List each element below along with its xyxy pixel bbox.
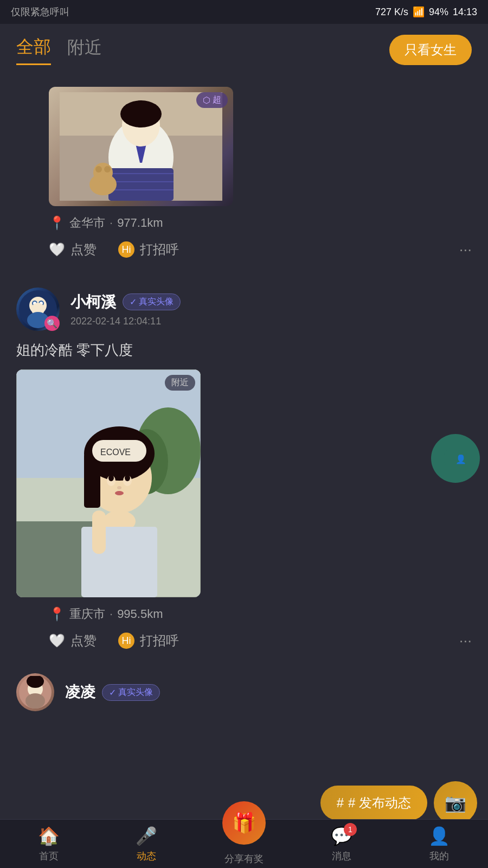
bottom-action-bar: # # 发布动态 📷 [320,781,477,825]
post2-photo-inner: ECOVE [16,369,201,597]
post-image-1[interactable]: ⬡ 超 [49,87,233,206]
post2-photo-svg: ECOVE [16,369,201,597]
post1-hi-icon: Hi [118,241,134,258]
status-battery: 94% [429,7,448,18]
post2-more-button[interactable]: ··· [459,632,472,649]
feed: ⬡ 超 📍 金华市 · 977.1km 🤍 点赞 Hi 打招呼 ··· [0,71,488,771]
camera-icon: 📷 [445,793,466,813]
share-icon: 🎁 [222,801,266,845]
svg-rect-41 [92,510,106,554]
post2-badge: 附近 [165,375,195,391]
post2-badge-label: 附近 [171,378,189,387]
publish-label: # 发布动态 [348,794,411,812]
post2-content: 姐的冷酷 零下八度 [16,340,472,361]
post3-user-info: 凌凌 ✓ 真实头像 [65,682,472,703]
post2-verified-badge: ✓ 真实头像 [123,293,181,310]
post1-more-button[interactable]: ··· [459,241,472,258]
svg-point-12 [95,166,102,173]
post1-action-row: 🤍 点赞 Hi 打招呼 ··· [49,241,472,258]
post2-location-row: 📍 重庆市 · 995.5km [49,606,472,622]
bottom-nav: 🏠 首页 🎤 动态 🎁 分享有奖 💬 1 消息 👤 我的 [0,819,488,868]
publish-button[interactable]: # # 发布动态 [320,786,427,820]
post2-verified-label: 真实头像 [139,296,174,308]
status-speed: 727 K/s [375,7,408,18]
post-card-3-partial: 凌凌 ✓ 真实头像 [0,662,488,765]
post3-avatar-svg [19,676,52,709]
nav-share[interactable]: 🎁 分享有奖 [217,801,271,865]
tab-nearby[interactable]: 附近 [67,36,102,64]
svg-point-36 [125,475,130,481]
mic-icon: 🎤 [136,826,157,846]
post2-city: 重庆市 [69,606,105,622]
tab-all[interactable]: 全部 [16,35,51,65]
status-time: 14:13 [453,7,477,18]
home-icon: 🏠 [38,826,60,846]
publish-hash-icon: # [337,795,344,810]
post2-hi-label: 打招呼 [140,632,179,649]
female-only-button[interactable]: 只看女生 [389,35,472,65]
svg-point-35 [108,475,114,481]
post1-distance: 977.1km [117,216,163,230]
post3-username: 凌凌 [65,682,95,703]
svg-rect-3 [108,168,174,201]
post1-city: 金华市 [69,215,105,231]
post3-verified-badge: ✓ 真实头像 [102,684,160,701]
svg-text:👤: 👤 [455,454,466,464]
nav-messages[interactable]: 💬 1 消息 [314,826,369,863]
post1-location-icon: 📍 [49,215,65,231]
post3-username-row: 凌凌 ✓ 真实头像 [65,682,472,703]
nav-profile-label: 我的 [429,850,449,863]
post1-location-row: 📍 金华市 · 977.1km [49,215,472,231]
svg-point-9 [120,100,162,127]
post2-time: 2022-02-14 12:04:11 [70,316,472,327]
svg-text:ECOVE: ECOVE [100,448,131,457]
nav-share-label: 分享有奖 [224,852,264,865]
nav-feed[interactable]: 🎤 动态 [119,826,174,863]
nav-home[interactable]: 🏠 首页 [22,826,76,863]
post1-like-icon: 🤍 [49,242,65,257]
header: 全部 附近 只看女生 [0,24,488,71]
post2-distance: 995.5km [117,607,163,621]
post1-hi-button[interactable]: Hi 打招呼 [118,241,179,258]
post2-username-row: 小柯溪 ✓ 真实头像 [70,292,472,312]
post3-avatar[interactable] [16,673,54,711]
float-green-icon: 👤 [442,445,469,472]
nav-profile[interactable]: 👤 我的 [412,826,466,863]
post1-like-label: 点赞 [70,241,97,258]
post2-dot: · [110,607,113,621]
post3-verified-label: 真实头像 [118,687,153,698]
camera-button[interactable]: 📷 [434,781,477,825]
post1-hi-label: 打招呼 [140,241,179,258]
svg-point-37 [117,486,121,489]
nav-messages-label: 消息 [332,850,351,863]
post1-badge: ⬡ 超 [196,92,228,108]
post2-location-icon: 📍 [49,607,65,622]
post-image-svg-1 [60,92,222,201]
nav-feed-label: 动态 [137,850,156,863]
post2-like-button[interactable]: 🤍 点赞 [49,632,97,649]
post-card-2: 🔍 小柯溪 ✓ 真实头像 2022-02-14 12:04:11 姐的冷酷 零下… [0,275,488,662]
post2-like-icon: 🤍 [49,633,65,648]
post2-avatar-badge: 🔍 [44,316,60,331]
tabs: 全部 附近 [16,35,102,65]
profile-icon: 👤 [428,826,450,846]
svg-point-38 [115,491,124,495]
status-signal: 📶 [413,6,425,18]
post2-hi-icon: Hi [118,633,134,649]
svg-point-13 [104,166,111,173]
status-bar: 仅限紧急呼叫 727 K/s 📶 94% 14:13 [0,0,488,24]
post2-hi-button[interactable]: Hi 打招呼 [118,632,179,649]
svg-rect-30 [84,454,100,508]
post2-like-label: 点赞 [70,632,97,649]
post1-like-button[interactable]: 🤍 点赞 [49,241,97,258]
svg-point-11 [93,163,113,182]
status-emergency: 仅限紧急呼叫 [11,5,69,18]
post2-action-row: 🤍 点赞 Hi 打招呼 ··· [49,632,472,649]
post2-user-header: 🔍 小柯溪 ✓ 真实头像 2022-02-14 12:04:11 [16,288,472,331]
post1-badge-icon: ⬡ [203,95,210,105]
post2-avatar-container: 🔍 [16,288,60,331]
float-green-button[interactable]: 👤 [431,434,480,483]
post2-photo[interactable]: ECOVE [16,369,201,597]
svg-point-45 [25,693,45,709]
message-badge: 1 [344,823,357,836]
